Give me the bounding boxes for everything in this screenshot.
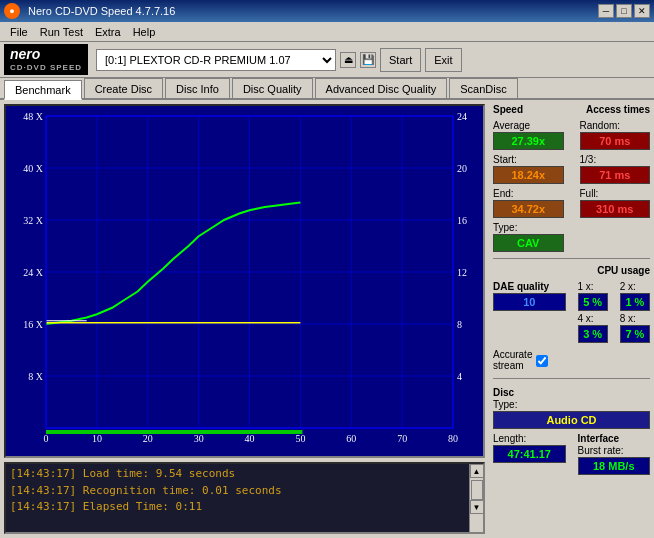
access-header: Access times — [574, 104, 651, 115]
main-content: [14:43:17] Load time: 9.54 seconds [14:4… — [0, 100, 654, 538]
log-content: [14:43:17] Load time: 9.54 seconds [14:4… — [6, 464, 483, 518]
speed-header: Speed — [493, 104, 570, 115]
type-label: Type: — [493, 222, 564, 233]
cpu-8x-label: 8 x: — [620, 313, 650, 324]
maximize-button[interactable]: □ — [616, 4, 632, 18]
full-value: 310 ms — [580, 200, 651, 218]
minimize-button[interactable]: ─ — [598, 4, 614, 18]
full-box: Full: 310 ms — [580, 188, 651, 218]
disc-type-value: Audio CD — [493, 411, 650, 429]
tab-advanced-disc-quality[interactable]: Advanced Disc Quality — [315, 78, 448, 98]
cpu-1x-box: 1 x: 5 % — [578, 281, 608, 311]
log-line-3: [14:43:17] Elapsed Time: 0:11 — [10, 499, 479, 516]
end-label: End: — [493, 188, 564, 199]
dae-box: DAE quality 10 — [493, 281, 566, 343]
type-box: Type: CAV — [493, 222, 564, 252]
menu-extra[interactable]: Extra — [89, 24, 127, 40]
menu-run-test[interactable]: Run Test — [34, 24, 89, 40]
divider-1 — [493, 258, 650, 259]
cpu-8x-box: 8 x: 7 % — [620, 313, 650, 343]
app-icon: ● — [4, 3, 20, 19]
log-line-2: [14:43:17] Recognition time: 0.01 second… — [10, 483, 479, 500]
speed-access-group: Speed Access times — [493, 104, 650, 116]
menu-help[interactable]: Help — [127, 24, 162, 40]
close-button[interactable]: ✕ — [634, 4, 650, 18]
disc-length-label: Length: — [493, 433, 566, 444]
avg-random-group: Average 27.39x Random: 70 ms — [493, 120, 650, 150]
start-third-group: Start: 18.24x 1/3: 71 ms — [493, 154, 650, 184]
scroll-thumb[interactable] — [471, 480, 483, 500]
full-label: Full: — [580, 188, 651, 199]
average-label: Average — [493, 120, 564, 131]
interface-box: Interface Burst rate: 18 MB/s — [578, 433, 651, 475]
stats-panel: Speed Access times Average 27.39x Random… — [489, 100, 654, 538]
tab-benchmark[interactable]: Benchmark — [4, 80, 82, 100]
start-value: 18.24x — [493, 166, 564, 184]
cpu-4x-box: 4 x: 3 % — [578, 313, 608, 343]
exit-button[interactable]: Exit — [425, 48, 461, 72]
tab-disc-info[interactable]: Disc Info — [165, 78, 230, 98]
nero-logo: nero CD·DVD SPEED — [4, 44, 88, 74]
save-icon[interactable]: 💾 — [360, 52, 376, 68]
dae-value: 10 — [493, 293, 566, 311]
start-label: Start: — [493, 154, 564, 165]
disc-length-box: Length: 47:41.17 — [493, 433, 566, 475]
disc-section: Disc Type: Audio CD — [493, 387, 650, 429]
cpu-1x-group: 1 x: 5 % 2 x: 1 % — [578, 281, 651, 311]
cpu-4x-value: 3 % — [578, 325, 608, 343]
cpu-4x-group: 4 x: 3 % 8 x: 7 % — [578, 313, 651, 343]
tab-create-disc[interactable]: Create Disc — [84, 78, 163, 98]
cpu-1x-label: 1 x: — [578, 281, 608, 292]
log-line-1: [14:43:17] Load time: 9.54 seconds — [10, 466, 479, 483]
disc-header: Disc — [493, 387, 650, 398]
dae-header: DAE quality — [493, 281, 566, 292]
tab-disc-quality[interactable]: Disc Quality — [232, 78, 313, 98]
average-box: Average 27.39x — [493, 120, 564, 150]
drive-select[interactable]: [0:1] PLEXTOR CD-R PREMIUM 1.07 — [96, 49, 336, 71]
type-value: CAV — [493, 234, 564, 252]
cpu-8x-value: 7 % — [620, 325, 650, 343]
accurate-label: Accuratestream — [493, 349, 532, 371]
cpu-2x-value: 1 % — [620, 293, 650, 311]
cpu-2x-label: 2 x: — [620, 281, 650, 292]
random-box: Random: 70 ms — [580, 120, 651, 150]
scroll-down-button[interactable]: ▼ — [470, 500, 484, 514]
log-area: [14:43:17] Load time: 9.54 seconds [14:4… — [4, 462, 485, 534]
eject-icon[interactable]: ⏏ — [340, 52, 356, 68]
dae-cpu-group: DAE quality 10 1 x: 5 % 2 x: 1 % — [493, 281, 650, 343]
cpu-1x-value: 5 % — [578, 293, 608, 311]
chart-section: [14:43:17] Load time: 9.54 seconds [14:4… — [0, 100, 489, 538]
tabs: Benchmark Create Disc Disc Info Disc Qua… — [0, 78, 654, 100]
length-interface-group: Length: 47:41.17 Interface Burst rate: 1… — [493, 433, 650, 475]
burst-label: Burst rate: — [578, 445, 651, 456]
cpu-header-group: CPU usage — [493, 265, 650, 277]
scroll-up-button[interactable]: ▲ — [470, 464, 484, 478]
cpu-4x-label: 4 x: — [578, 313, 608, 324]
end-full-group: End: 34.72x Full: 310 ms — [493, 188, 650, 218]
titlebar: ● Nero CD-DVD Speed 4.7.7.16 ─ □ ✕ — [0, 0, 654, 22]
burst-value: 18 MB/s — [578, 457, 651, 475]
onethird-value: 71 ms — [580, 166, 651, 184]
cpu-2x-box: 2 x: 1 % — [620, 281, 650, 311]
chart-container — [4, 104, 485, 458]
interface-header: Interface — [578, 433, 651, 444]
third-box: 1/3: 71 ms — [580, 154, 651, 184]
menubar: File Run Test Extra Help — [0, 22, 654, 42]
start-button[interactable]: Start — [380, 48, 421, 72]
window-controls: ─ □ ✕ — [598, 4, 650, 18]
onethird-label: 1/3: — [580, 154, 651, 165]
start-box: Start: 18.24x — [493, 154, 564, 184]
cpu-header: CPU usage — [574, 265, 651, 276]
disc-length-value: 47:41.17 — [493, 445, 566, 463]
disc-type-label: Type: — [493, 399, 650, 410]
accurate-stream-row: Accuratestream — [493, 349, 650, 372]
divider-2 — [493, 378, 650, 379]
type-group: Type: CAV — [493, 222, 650, 252]
average-value: 27.39x — [493, 132, 564, 150]
log-scrollbar: ▲ ▼ — [469, 464, 483, 532]
accurate-stream-checkbox[interactable] — [536, 355, 548, 367]
end-box: End: 34.72x — [493, 188, 564, 218]
random-label: Random: — [580, 120, 651, 131]
menu-file[interactable]: File — [4, 24, 34, 40]
tab-scan-disc[interactable]: ScanDisc — [449, 78, 517, 98]
